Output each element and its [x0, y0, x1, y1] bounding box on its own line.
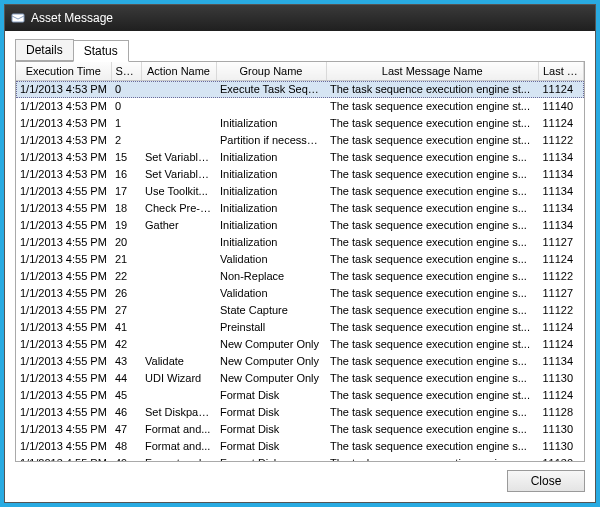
cell-last-message-id: 11124 [539, 336, 584, 353]
col-header-execution-time[interactable]: Execution Time [16, 62, 111, 81]
table-row[interactable]: 1/1/2013 4:55 PM42New Computer OnlyThe t… [16, 336, 584, 353]
cell-step: 18 [111, 200, 141, 217]
cell-last-message-id: 11124 [539, 251, 584, 268]
table-row[interactable]: 1/1/2013 4:55 PM20InitializationThe task… [16, 234, 584, 251]
table-row[interactable]: 1/1/2013 4:53 PM0The task sequence execu… [16, 98, 584, 115]
cell-action-name: Gather [141, 217, 216, 234]
client-area: Details Status Execution Time Step [5, 31, 595, 502]
cell-execution-time: 1/1/2013 4:53 PM [16, 149, 111, 166]
cell-execution-time: 1/1/2013 4:53 PM [16, 81, 111, 98]
tab-page-status: Execution Time Step Action Name Group Na… [15, 61, 585, 462]
cell-action-name [141, 319, 216, 336]
cell-step: 41 [111, 319, 141, 336]
cell-action-name [141, 234, 216, 251]
table-row[interactable]: 1/1/2013 4:55 PM47Format and...Format Di… [16, 421, 584, 438]
cell-step: 44 [111, 370, 141, 387]
cell-group-name: New Computer Only [216, 336, 326, 353]
cell-action-name [141, 285, 216, 302]
cell-step: 15 [111, 149, 141, 166]
col-header-last-message[interactable]: Last Message Name [326, 62, 539, 81]
cell-last-message: The task sequence execution engine s... [326, 455, 539, 462]
cell-step: 47 [111, 421, 141, 438]
table-row[interactable]: 1/1/2013 4:55 PM21ValidationThe task seq… [16, 251, 584, 268]
col-header-step[interactable]: Step [111, 62, 141, 81]
col-header-group-name[interactable]: Group Name [216, 62, 326, 81]
cell-execution-time: 1/1/2013 4:55 PM [16, 353, 111, 370]
titlebar[interactable]: Asset Message [5, 5, 595, 31]
cell-last-message: The task sequence execution engine s... [326, 353, 539, 370]
table-row[interactable]: 1/1/2013 4:55 PM49Format and...Format Di… [16, 455, 584, 462]
window-title: Asset Message [31, 11, 113, 25]
col-header-action-name[interactable]: Action Name [141, 62, 216, 81]
cell-group-name: Initialization [216, 234, 326, 251]
cell-last-message: The task sequence execution engine s... [326, 166, 539, 183]
cell-group-name [216, 98, 326, 115]
cell-last-message: The task sequence execution engine s... [326, 285, 539, 302]
cell-group-name: Validation [216, 285, 326, 302]
grid-wrap: Execution Time Step Action Name Group Na… [16, 62, 584, 461]
cell-action-name [141, 268, 216, 285]
cell-step: 19 [111, 217, 141, 234]
table-row[interactable]: 1/1/2013 4:53 PM16Set Variable...Initial… [16, 166, 584, 183]
table-row[interactable]: 1/1/2013 4:53 PM0Execute Task SequenceTh… [16, 81, 584, 98]
tab-status[interactable]: Status [73, 40, 129, 62]
cell-action-name [141, 98, 216, 115]
svg-rect-0 [12, 14, 24, 22]
table-row[interactable]: 1/1/2013 4:55 PM46Set Diskpart...Format … [16, 404, 584, 421]
cell-step: 2 [111, 132, 141, 149]
cell-last-message-id: 11134 [539, 200, 584, 217]
cell-step: 20 [111, 234, 141, 251]
table-row[interactable]: 1/1/2013 4:55 PM22Non-ReplaceThe task se… [16, 268, 584, 285]
cell-last-message-id: 11134 [539, 149, 584, 166]
cell-execution-time: 1/1/2013 4:55 PM [16, 455, 111, 462]
cell-action-name [141, 115, 216, 132]
cell-execution-time: 1/1/2013 4:55 PM [16, 251, 111, 268]
cell-last-message: The task sequence execution engine s... [326, 183, 539, 200]
cell-step: 21 [111, 251, 141, 268]
grid-scroll[interactable]: Execution Time Step Action Name Group Na… [16, 62, 584, 461]
cell-action-name: Use Toolkit... [141, 183, 216, 200]
table-row[interactable]: 1/1/2013 4:55 PM26ValidationThe task seq… [16, 285, 584, 302]
cell-last-message-id: 11130 [539, 455, 584, 462]
cell-step: 48 [111, 438, 141, 455]
cell-execution-time: 1/1/2013 4:53 PM [16, 98, 111, 115]
cell-last-message: The task sequence execution engine st... [326, 132, 539, 149]
table-row[interactable]: 1/1/2013 4:55 PM18Check Pre-r...Initiali… [16, 200, 584, 217]
table-row[interactable]: 1/1/2013 4:55 PM27State CaptureThe task … [16, 302, 584, 319]
cell-step: 16 [111, 166, 141, 183]
cell-last-message-id: 11124 [539, 387, 584, 404]
cell-execution-time: 1/1/2013 4:55 PM [16, 387, 111, 404]
table-row[interactable]: 1/1/2013 4:55 PM19GatherInitializationTh… [16, 217, 584, 234]
table-row[interactable]: 1/1/2013 4:55 PM41PreinstallThe task seq… [16, 319, 584, 336]
cell-step: 49 [111, 455, 141, 462]
col-header-last-message-id[interactable]: Last Mes [539, 62, 584, 81]
cell-execution-time: 1/1/2013 4:53 PM [16, 166, 111, 183]
cell-last-message-id: 11130 [539, 421, 584, 438]
cell-group-name: Validation [216, 251, 326, 268]
grid-header-row: Execution Time Step Action Name Group Na… [16, 62, 584, 81]
cell-last-message-id: 11128 [539, 404, 584, 421]
table-row[interactable]: 1/1/2013 4:53 PM15Set Variable...Initial… [16, 149, 584, 166]
table-row[interactable]: 1/1/2013 4:55 PM45Format DiskThe task se… [16, 387, 584, 404]
table-row[interactable]: 1/1/2013 4:55 PM17Use Toolkit...Initiali… [16, 183, 584, 200]
cell-group-name: Initialization [216, 115, 326, 132]
cell-execution-time: 1/1/2013 4:55 PM [16, 200, 111, 217]
table-row[interactable]: 1/1/2013 4:55 PM44UDI WizardNew Computer… [16, 370, 584, 387]
cell-action-name: Check Pre-r... [141, 200, 216, 217]
table-row[interactable]: 1/1/2013 4:53 PM2Partition if necessaryT… [16, 132, 584, 149]
cell-last-message: The task sequence execution engine s... [326, 404, 539, 421]
close-button[interactable]: Close [507, 470, 585, 492]
cell-last-message: The task sequence execution engine s... [326, 200, 539, 217]
cell-action-name: Format and... [141, 438, 216, 455]
dialog-footer: Close [15, 462, 585, 492]
cell-last-message-id: 11124 [539, 115, 584, 132]
cell-last-message: The task sequence execution engine s... [326, 302, 539, 319]
table-row[interactable]: 1/1/2013 4:55 PM48Format and...Format Di… [16, 438, 584, 455]
tab-details[interactable]: Details [15, 39, 74, 61]
cell-step: 43 [111, 353, 141, 370]
tab-strip: Details Status [15, 39, 585, 61]
cell-group-name: Format Disk [216, 438, 326, 455]
table-row[interactable]: 1/1/2013 4:53 PM1InitializationThe task … [16, 115, 584, 132]
cell-last-message: The task sequence execution engine s... [326, 370, 539, 387]
table-row[interactable]: 1/1/2013 4:55 PM43ValidateNew Computer O… [16, 353, 584, 370]
